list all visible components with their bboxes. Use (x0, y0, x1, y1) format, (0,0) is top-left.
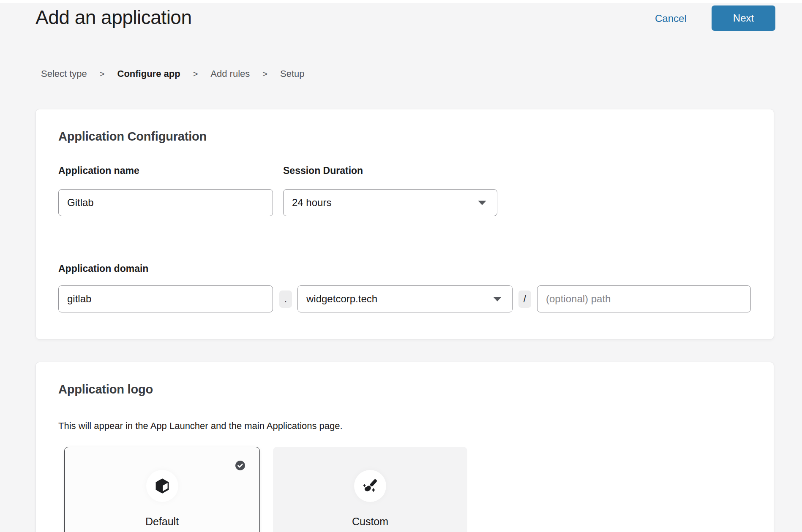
check-icon (235, 460, 246, 471)
page-title: Add an application (35, 5, 192, 30)
next-button[interactable]: Next (712, 5, 775, 31)
logo-option-default[interactable]: Default (64, 447, 260, 532)
application-name-input[interactable] (58, 189, 273, 216)
configuration-heading: Application Configuration (58, 130, 207, 144)
application-logo-card: Application logo This will appear in the… (35, 362, 774, 532)
breadcrumb: Select type > Configure app > Add rules … (41, 68, 304, 79)
logo-description: This will appear in the App Launcher and… (58, 421, 343, 432)
cancel-button[interactable]: Cancel (651, 11, 691, 26)
breadcrumb-add-rules[interactable]: Add rules (210, 68, 250, 79)
default-logo-circle (146, 470, 178, 502)
subdomain-input[interactable] (58, 285, 273, 312)
logo-option-custom[interactable]: Custom (273, 447, 467, 532)
custom-option-label: Custom (273, 516, 467, 528)
logo-option-tiles: Default Custom (64, 447, 467, 532)
top-edge-strip (0, 0, 802, 3)
breadcrumb-select-type[interactable]: Select type (41, 68, 87, 79)
breadcrumb-setup[interactable]: Setup (280, 68, 305, 79)
chevron-down-icon (477, 200, 487, 206)
breadcrumb-configure-app[interactable]: Configure app (117, 68, 180, 79)
domain-select-value: widgetcorp.tech (306, 293, 377, 305)
domain-select[interactable]: widgetcorp.tech (297, 285, 513, 312)
breadcrumb-separator: > (262, 69, 267, 79)
application-name-label: Application name (58, 165, 139, 176)
paintbrush-icon (361, 477, 379, 495)
logo-heading: Application logo (58, 383, 153, 396)
path-input[interactable] (537, 285, 751, 312)
default-option-label: Default (65, 516, 259, 528)
breadcrumb-separator: > (193, 69, 198, 79)
application-configuration-card: Application Configuration Application na… (35, 109, 774, 339)
session-duration-value: 24 hours (292, 197, 331, 209)
domain-dot-separator: . (279, 290, 292, 308)
session-duration-label: Session Duration (283, 165, 363, 176)
application-domain-label: Application domain (58, 263, 148, 274)
breadcrumb-separator: > (100, 69, 105, 79)
chevron-down-icon (493, 296, 502, 302)
custom-logo-circle (354, 470, 386, 502)
domain-slash-separator: / (518, 290, 531, 308)
cube-icon (153, 477, 171, 495)
session-duration-select[interactable]: 24 hours (283, 189, 497, 216)
